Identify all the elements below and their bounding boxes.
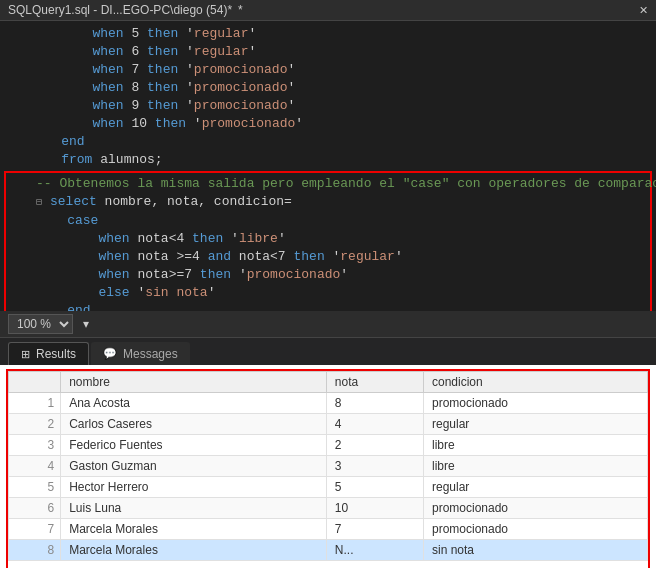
code-line: when nota<4 then 'libre' bbox=[6, 230, 650, 248]
code-line: end bbox=[6, 302, 650, 311]
col-rownum bbox=[9, 372, 61, 393]
bottom-toolbar: 100 % 75 % 125 % ▾ bbox=[0, 311, 656, 337]
code-line: ⊟select nombre, nota, condicion= bbox=[6, 193, 650, 212]
cell-nombre: Carlos Caseres bbox=[61, 414, 327, 435]
code-line: when nota >=4 and nota<7 then 'regular' bbox=[6, 248, 650, 266]
table-row: 7 Marcela Morales 7 promocionado bbox=[9, 519, 648, 540]
cell-nombre: Marcela Morales bbox=[61, 540, 327, 561]
row-num: 4 bbox=[9, 456, 61, 477]
cell-condicion: promocionado bbox=[423, 498, 647, 519]
cell-nota: 8 bbox=[326, 393, 423, 414]
code-line: end bbox=[0, 133, 656, 151]
message-icon: 💬 bbox=[103, 347, 117, 360]
code-line: when 6 then 'regular' bbox=[0, 43, 656, 61]
cell-nombre: Ana Acosta bbox=[61, 393, 327, 414]
cell-nota: N... bbox=[326, 540, 423, 561]
table-row: 1 Ana Acosta 8 promocionado bbox=[9, 393, 648, 414]
code-line: case bbox=[6, 212, 650, 230]
table-row: 3 Federico Fuentes 2 libre bbox=[9, 435, 648, 456]
results-tabs-bar: ⊞ Results 💬 Messages bbox=[0, 337, 656, 365]
cell-condicion: promocionado bbox=[423, 519, 647, 540]
row-num: 1 bbox=[9, 393, 61, 414]
col-nombre: nombre bbox=[61, 372, 327, 393]
table-row: 2 Carlos Caseres 4 regular bbox=[9, 414, 648, 435]
row-num: 3 bbox=[9, 435, 61, 456]
code-line: when 9 then 'promocionado' bbox=[0, 97, 656, 115]
cell-nota: 5 bbox=[326, 477, 423, 498]
cell-nota: 2 bbox=[326, 435, 423, 456]
tab-results-label: Results bbox=[36, 347, 76, 361]
cell-nombre: Federico Fuentes bbox=[61, 435, 327, 456]
code-line: from alumnos; bbox=[0, 151, 656, 169]
code-line: when 5 then 'regular' bbox=[0, 25, 656, 43]
cell-nota: 4 bbox=[326, 414, 423, 435]
tab-results[interactable]: ⊞ Results bbox=[8, 342, 89, 365]
cell-nombre: Marcela Morales bbox=[61, 519, 327, 540]
cell-nota: 7 bbox=[326, 519, 423, 540]
cell-condicion: regular bbox=[423, 414, 647, 435]
cell-condicion: libre bbox=[423, 456, 647, 477]
zoom-select[interactable]: 100 % 75 % 125 % bbox=[8, 314, 73, 334]
cell-nota: 3 bbox=[326, 456, 423, 477]
row-num: 5 bbox=[9, 477, 61, 498]
results-area: nombre nota condicion 1 Ana Acosta 8 pro… bbox=[0, 365, 656, 568]
results-scroll[interactable]: nombre nota condicion 1 Ana Acosta 8 pro… bbox=[8, 371, 648, 568]
table-row: 5 Hector Herrero 5 regular bbox=[9, 477, 648, 498]
code-line: when nota>=7 then 'promocionado' bbox=[6, 266, 650, 284]
row-num: 8 bbox=[9, 540, 61, 561]
editor-area[interactable]: when 5 then 'regular' when 6 then 'regul… bbox=[0, 21, 656, 311]
comment-line: -- Obtenemos la misma salida pero emplea… bbox=[6, 175, 650, 193]
zoom-arrow-icon: ▾ bbox=[83, 317, 89, 331]
row-num: 2 bbox=[9, 414, 61, 435]
code-line: else 'sin nota' bbox=[6, 284, 650, 302]
results-table-wrapper: nombre nota condicion 1 Ana Acosta 8 pro… bbox=[6, 369, 650, 568]
cell-condicion: regular bbox=[423, 477, 647, 498]
code-line: when 7 then 'promocionado' bbox=[0, 61, 656, 79]
tab-messages-label: Messages bbox=[123, 347, 178, 361]
code-line: when 8 then 'promocionado' bbox=[0, 79, 656, 97]
table-row: 4 Gaston Guzman 3 libre bbox=[9, 456, 648, 477]
row-num: 7 bbox=[9, 519, 61, 540]
row-num: 6 bbox=[9, 498, 61, 519]
cell-condicion: libre bbox=[423, 435, 647, 456]
cell-nombre: Luis Luna bbox=[61, 498, 327, 519]
cell-nombre: Hector Herrero bbox=[61, 477, 327, 498]
title-bar: SQLQuery1.sql - DI...EGO-PC\diego (54)* … bbox=[0, 0, 656, 21]
grid-icon: ⊞ bbox=[21, 348, 30, 361]
cell-condicion: sin nota bbox=[423, 540, 647, 561]
table-row: 6 Luis Luna 10 promocionado bbox=[9, 498, 648, 519]
results-table: nombre nota condicion 1 Ana Acosta 8 pro… bbox=[8, 371, 648, 561]
code-line: when 10 then 'promocionado' bbox=[0, 115, 656, 133]
tab-title: SQLQuery1.sql - DI...EGO-PC\diego (54)* bbox=[8, 3, 232, 17]
col-condicion: condicion bbox=[423, 372, 647, 393]
cell-condicion: promocionado bbox=[423, 393, 647, 414]
tab-messages[interactable]: 💬 Messages bbox=[91, 342, 190, 365]
table-row: 8 Marcela Morales N... sin nota bbox=[9, 540, 648, 561]
close-icon[interactable]: ✕ bbox=[639, 4, 648, 17]
cell-nota: 10 bbox=[326, 498, 423, 519]
cell-nombre: Gaston Guzman bbox=[61, 456, 327, 477]
highlighted-code-block: -- Obtenemos la misma salida pero emplea… bbox=[4, 171, 652, 311]
col-nota: nota bbox=[326, 372, 423, 393]
